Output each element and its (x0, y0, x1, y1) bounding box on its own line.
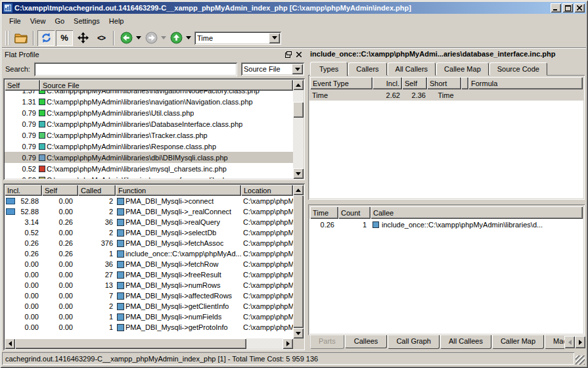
bottom-tab[interactable]: Parts (310, 335, 344, 349)
source-file-row[interactable]: 0.52 C:\xampp\phpMyAdmin\libraries\mysql… (5, 163, 293, 174)
search-input[interactable] (34, 62, 237, 76)
source-file-row[interactable]: 0.79 C:\xampp\phpMyAdmin\libraries\Track… (5, 129, 293, 141)
column-header-event-type[interactable]: Event Type (310, 77, 373, 89)
resize-grip[interactable] (576, 356, 585, 365)
function-row[interactable]: 0.00 0.00 1 PMA_DBI_Mysqli->numFields C:… (5, 311, 293, 322)
scroll-thumb[interactable] (293, 195, 304, 328)
function-row[interactable]: 0.00 0.00 13 PMA_DBI_Mysqli->numRows C:\… (5, 280, 293, 290)
move-dock-button[interactable] (74, 30, 91, 46)
column-header-time[interactable]: Time (310, 206, 338, 219)
menu-item[interactable]: Help (104, 15, 129, 27)
bottom-tab[interactable]: Machine Code (545, 335, 564, 349)
scroll-down-button[interactable] (293, 168, 304, 179)
tab-scroll-left-button[interactable] (564, 336, 575, 348)
menu-item[interactable]: File (5, 15, 26, 27)
bottom-tab[interactable]: Call Graph (388, 335, 440, 349)
bottom-tab[interactable]: All Callees (440, 335, 491, 349)
title-bar[interactable]: C:\xampp\tmp\cachegrind.out.1416463299-C… (2, 2, 586, 14)
back-dropdown[interactable] (135, 30, 142, 46)
callee-row[interactable]: 0.26 1 include_once::C:\xampp\phpMyAdmin… (309, 219, 583, 230)
self-value: 0.26 (42, 250, 78, 258)
column-header-function[interactable]: Function (116, 185, 241, 196)
open-file-button[interactable] (12, 30, 30, 46)
menu-item[interactable]: Settings (69, 15, 104, 27)
bottom-tab[interactable]: Caller Map (492, 335, 544, 349)
file-list-vscrollbar[interactable] (293, 80, 304, 179)
scroll-down-button[interactable] (293, 328, 304, 338)
function-row[interactable]: 0.00 0.00 7 PMA_DBI_Mysqli->affectedRows… (5, 290, 293, 301)
source-file-row[interactable]: 0.52 C:\xampp\phpMyAdmin\libraries\user_… (5, 174, 293, 179)
source-file-path: C:\xampp\phpMyAdmin\libraries\mysql_char… (47, 165, 227, 173)
column-header-formula[interactable]: Formula (468, 77, 583, 89)
reload-button[interactable] (37, 30, 55, 46)
function-row[interactable]: 0.00 0.00 2 PMA_DBI_Mysqli->getClientInf… (5, 301, 293, 311)
function-row[interactable]: 0.26 0.26 1 include_once::C:\xampp\phpMy… (5, 248, 293, 259)
scroll-up-button[interactable] (293, 80, 304, 90)
column-header-count[interactable]: Count (338, 206, 371, 219)
combo-arrow-button[interactable] (269, 33, 280, 43)
event-type-combobox[interactable]: Time (194, 32, 281, 45)
maximize-button[interactable] (562, 3, 573, 12)
tab-scroll-right-button[interactable] (575, 336, 585, 348)
detail-tab[interactable]: Source Code (489, 62, 547, 76)
source-file-row[interactable]: 0.79 C:\xampp\phpMyAdmin\libraries\Datab… (5, 118, 293, 129)
float-dock-icon[interactable] (284, 50, 293, 59)
group-type-combobox[interactable]: Source File (241, 62, 304, 76)
column-header-called[interactable]: Called (78, 185, 116, 196)
forward-dropdown[interactable] (160, 30, 167, 46)
function-row[interactable]: 3.14 0.26 36 PMA_DBI_Mysqli->realQuery C… (5, 217, 293, 227)
close-dock-icon[interactable] (294, 50, 304, 59)
column-header-source-file[interactable]: Source File (40, 80, 293, 91)
incl-cell: 52.88 (5, 208, 42, 216)
scroll-thumb[interactable] (15, 338, 246, 349)
function-row[interactable]: 0.26 0.26 376 PMA_DBI_Mysqli->fetchAssoc… (5, 238, 293, 248)
up-button[interactable] (168, 30, 185, 46)
column-header-incl[interactable]: Incl. (5, 185, 42, 196)
source-file-row[interactable]: 0.79 C:\xampp\phpMyAdmin\libraries\dbi\D… (5, 152, 293, 163)
detail-tab[interactable]: All Callers (388, 62, 436, 76)
column-header-self[interactable]: Self (5, 80, 40, 91)
column-header-self[interactable]: Self (42, 185, 78, 196)
function-table-vscrollbar[interactable] (293, 185, 304, 338)
minimize-button[interactable] (551, 3, 561, 12)
source-file-row[interactable]: 1.37 C:\xampp\phpMyAdmin\libraries\navig… (5, 91, 293, 96)
source-file-row[interactable]: 0.79 C:\xampp\phpMyAdmin\libraries\Respo… (5, 141, 293, 152)
combo-arrow-button[interactable] (292, 64, 303, 74)
column-header-short[interactable]: Short (427, 77, 461, 89)
detail-tab[interactable]: Callers (348, 62, 386, 76)
function-row[interactable]: 0.52 0.00 2 PMA_DBI_Mysqli->selectDb C:\… (5, 227, 293, 238)
incl-cell: 3.14 (5, 218, 42, 226)
incl-cell: 0.26 (5, 239, 42, 247)
detail-tab[interactable]: Types (310, 62, 348, 76)
function-row[interactable]: 0.00 0.00 36 PMA_DBI_Mysqli->fetchRow C:… (5, 259, 293, 269)
source-file-row[interactable]: 0.79 C:\xampp\phpMyAdmin\libraries\Util.… (5, 107, 293, 118)
column-header-callee[interactable]: Callee (371, 206, 583, 219)
relative-cost-button[interactable]: <> (93, 30, 110, 46)
function-row[interactable]: 0.00 0.00 1 PMA_DBI_Mysqli->getProtoInfo… (5, 322, 293, 333)
up-dropdown[interactable] (185, 30, 192, 46)
back-button[interactable] (118, 30, 135, 46)
menu-item[interactable]: View (26, 15, 51, 27)
column-header-self[interactable]: Self (402, 77, 427, 89)
function-row[interactable]: 0.00 0.00 27 PMA_DBI_Mysqli->freeResult … (5, 269, 293, 280)
function-row[interactable]: 52.88 0.00 2 PMA_DBI_Mysqli->_realConnec… (5, 206, 293, 217)
percent-toggle-button[interactable]: % (56, 30, 73, 46)
scroll-thumb[interactable] (293, 102, 304, 118)
source-file-row[interactable]: 1.31 C:\xampp\phpMyAdmin\libraries\navig… (5, 96, 293, 107)
column-header-incl[interactable]: Incl. (373, 77, 402, 89)
toolbar-handle[interactable] (5, 31, 10, 45)
bottom-tab[interactable]: Callees (345, 335, 388, 348)
menu-item[interactable]: Go (50, 15, 69, 27)
detail-tab[interactable]: Callee Map (436, 62, 489, 76)
scroll-up-button[interactable] (293, 185, 304, 195)
forward-button[interactable] (143, 30, 160, 46)
column-header-location[interactable]: Location (241, 185, 293, 196)
scroll-right-button[interactable] (283, 338, 293, 349)
close-button[interactable] (574, 3, 585, 12)
function-row[interactable]: 52.88 0.00 2 PMA_DBI_Mysqli->connect C:\… (5, 196, 293, 206)
dock-header[interactable]: Flat Profile (3, 49, 305, 60)
column-header-blank[interactable] (461, 77, 468, 89)
function-table-hscrollbar[interactable] (5, 338, 304, 349)
event-type-row[interactable]: Time 2.62 2.36 Time (309, 89, 583, 101)
scroll-left-button[interactable] (5, 338, 15, 349)
